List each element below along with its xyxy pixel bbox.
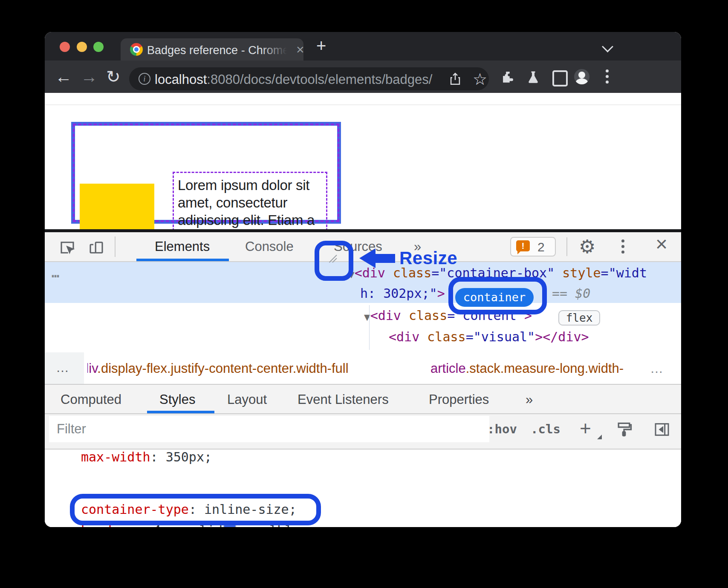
more-panes-chevrons[interactable]: » <box>526 392 533 407</box>
bookmark-star-icon[interactable]: ☆ <box>473 70 487 89</box>
breadcrumb-item-div[interactable]: div.display-flex.justify-content-center.… <box>87 361 401 376</box>
container-type-annotation-ring <box>70 494 321 525</box>
url-path: :8080/docs/devtools/elements/badges/ <box>207 72 432 87</box>
back-button[interactable]: ← <box>55 67 72 86</box>
tab-styles[interactable]: Styles <box>159 392 195 407</box>
forward-button[interactable]: → <box>81 67 98 86</box>
browser-menu-icon[interactable] <box>606 75 609 78</box>
window-minimize-button[interactable] <box>77 42 87 52</box>
elements-tree: … ▼<div class="container-box" style="wid… <box>45 262 681 352</box>
tab-computed[interactable]: Computed <box>61 392 121 407</box>
tab-close-icon[interactable]: × <box>296 42 304 58</box>
resize-annotation-ring <box>315 241 353 281</box>
breadcrumb-item-article[interactable]: article.stack.measure-long.width- <box>430 361 624 376</box>
tab-event-listeners[interactable]: Event Listeners <box>298 392 389 407</box>
shorthand-disclosure-icon[interactable]: ▶ <box>143 525 153 527</box>
dock-sidebar-toggle-icon[interactable] <box>653 421 670 438</box>
lorem-line: Lorem ipsum dolor sit <box>178 176 315 194</box>
share-icon[interactable] <box>448 72 462 86</box>
url-host: localhost <box>155 72 207 87</box>
tab-search-chevron-icon[interactable] <box>602 41 613 52</box>
rendering-brush-icon[interactable] <box>615 420 633 439</box>
flex-badge[interactable]: flex <box>558 310 600 326</box>
element-classes-button[interactable]: .cls <box>531 422 560 436</box>
new-tab-button[interactable]: + <box>316 36 326 55</box>
reload-button[interactable]: ↻ <box>106 67 121 86</box>
breadcrumb-overflow-left[interactable]: … <box>45 352 84 384</box>
hover-state-button[interactable]: :hov <box>487 422 517 436</box>
settings-gear-icon[interactable]: ⚙ <box>579 236 595 257</box>
resize-arrow-head <box>359 248 376 268</box>
tab-elements[interactable]: Elements <box>155 239 210 254</box>
indent-guide <box>369 305 370 350</box>
device-toolbar-icon[interactable] <box>87 239 105 257</box>
window-close-button[interactable] <box>60 42 70 52</box>
styles-pane-tabs: Computed Styles Layout Event Listeners P… <box>45 385 681 414</box>
site-info-icon[interactable]: i <box>139 73 150 85</box>
toolbar-divider <box>115 236 116 257</box>
tab-console[interactable]: Console <box>245 239 294 254</box>
styles-filter-bar: :hov .cls + <box>45 414 681 450</box>
lorem-line: amet, consectetur <box>178 194 315 211</box>
page-rule <box>45 104 681 105</box>
tab-title-fade <box>261 38 293 61</box>
browser-toolbar: ← → ↻ i localhost:8080/docs/devtools/ele… <box>45 61 681 93</box>
issues-counter[interactable]: ! 2 <box>510 237 556 257</box>
browser-tab[interactable]: Badges reference - Chrome De × <box>121 38 303 61</box>
devtools-menu-icon[interactable] <box>621 245 624 248</box>
profile-avatar[interactable] <box>574 69 589 84</box>
hidden-ancestors-ellipsis[interactable]: … <box>52 265 60 280</box>
selected-node-marker: == $0 <box>552 286 590 301</box>
styles-rule-list: max-width: 350px; container-type: inline… <box>45 450 681 527</box>
extensions-puzzle-icon[interactable] <box>500 70 514 84</box>
side-panel-icon[interactable] <box>552 70 568 86</box>
url-text: localhost:8080/docs/devtools/elements/ba… <box>155 72 432 87</box>
container-badge-annotation-ring <box>448 277 547 314</box>
resize-arrow-tail <box>375 254 395 263</box>
css-declaration-max-width[interactable]: max-width: 350px; <box>81 450 212 464</box>
tab-layout[interactable]: Layout <box>227 392 267 407</box>
address-bar[interactable]: i localhost:8080/docs/devtools/elements/… <box>129 67 489 90</box>
filter-input[interactable] <box>49 416 489 442</box>
breadcrumb: … div.display-flex.justify-content-cente… <box>45 352 681 385</box>
resize-annotation-label: Resize <box>399 248 457 268</box>
tree-row-container-box-wrap[interactable]: h: 302px;"> <box>360 286 445 301</box>
new-style-rule-button[interactable]: + <box>580 417 591 440</box>
chrome-favicon <box>130 43 143 56</box>
issues-count: 2 <box>537 240 545 254</box>
lorem-line: adipiscing elit. Etiam a <box>178 211 315 229</box>
devtools-dock-divider[interactable] <box>45 229 681 232</box>
devtools-close-icon[interactable]: × <box>656 232 667 256</box>
active-pane-underline <box>147 411 214 413</box>
inspect-element-icon[interactable] <box>58 239 76 257</box>
issues-icon: ! <box>516 240 530 251</box>
browser-window: Badges reference - Chrome De × + ← → ↻ i… <box>45 32 681 527</box>
page-viewport: Lorem ipsum dolor sit amet, consectetur … <box>45 93 681 229</box>
flask-icon[interactable] <box>526 69 541 85</box>
tree-row-visual[interactable]: <div class="visual"></div> <box>389 329 589 344</box>
breadcrumb-overflow-right[interactable]: … <box>650 361 664 376</box>
tab-strip: Badges reference - Chrome De × + <box>45 32 681 61</box>
new-rule-dropdown-corner <box>597 435 602 439</box>
active-tab-underline <box>136 259 229 261</box>
tab-properties[interactable]: Properties <box>429 392 489 407</box>
window-zoom-button[interactable] <box>93 42 104 52</box>
toolbar-divider <box>566 237 567 256</box>
